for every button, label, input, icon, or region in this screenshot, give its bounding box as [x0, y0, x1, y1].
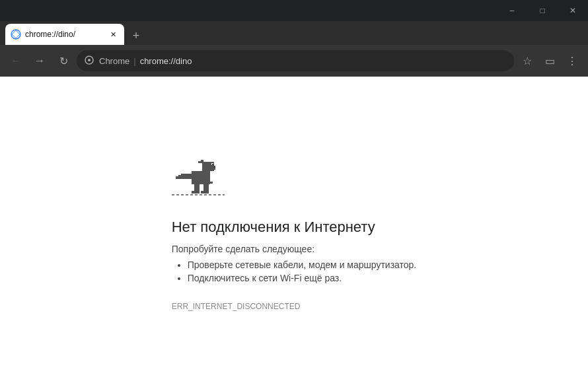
minimize-button[interactable]: –	[497, 0, 527, 21]
tab-title: chrome://dino/	[25, 30, 104, 39]
nav-right-icons: ☆ ▭ ⋮	[517, 50, 583, 71]
address-separator: |	[133, 56, 135, 66]
error-list-item-1: Проверьте сетевые кабели, модем и маршру…	[188, 260, 417, 270]
svg-point-0	[11, 30, 20, 39]
svg-rect-20	[198, 161, 201, 163]
svg-rect-7	[212, 164, 213, 165]
address-bar[interactable]: Chrome | chrome://dino	[77, 50, 514, 71]
address-chrome-label: Chrome	[99, 56, 129, 66]
maximize-button[interactable]: □	[527, 0, 558, 21]
svg-rect-3	[192, 171, 210, 184]
cast-button[interactable]: ▭	[539, 50, 560, 71]
svg-rect-9	[202, 170, 209, 172]
svg-rect-13	[205, 179, 210, 182]
svg-rect-18	[201, 191, 209, 194]
address-security-icon	[85, 55, 94, 67]
bookmark-button[interactable]: ☆	[517, 50, 538, 71]
error-list: Проверьте сетевые кабели, модем и маршру…	[172, 260, 417, 286]
tabbar: chrome://dino/ ✕ +	[0, 21, 588, 45]
svg-rect-17	[192, 191, 200, 194]
svg-rect-8	[214, 166, 215, 168]
address-text: Chrome | chrome://dino	[99, 56, 506, 66]
svg-rect-10	[181, 174, 193, 179]
address-url: chrome://dino	[140, 56, 192, 66]
new-tab-button[interactable]: +	[127, 26, 145, 45]
close-button[interactable]: ✕	[558, 0, 588, 21]
svg-rect-14	[209, 182, 213, 184]
navbar: ← → ↻ Chrome | chrome://dino ☆ ▭ ⋮	[0, 45, 588, 77]
menu-button[interactable]: ⋮	[562, 50, 583, 71]
titlebar: – □ ✕	[0, 0, 588, 21]
refresh-button[interactable]: ↻	[53, 50, 74, 71]
back-button[interactable]: ←	[5, 50, 26, 71]
tab-favicon	[11, 29, 21, 40]
error-code: ERR_INTERNET_DISCONNECTED	[172, 302, 301, 311]
svg-rect-12	[176, 176, 180, 179]
svg-point-2	[88, 59, 91, 61]
error-title: Нет подключения к Интернету	[172, 219, 375, 236]
error-list-item-2: Подключитесь к сети Wi-Fi ещё раз.	[188, 273, 417, 283]
active-tab[interactable]: chrome://dino/ ✕	[5, 24, 124, 45]
dino-svg	[172, 153, 225, 205]
page-content: Нет подключения к Интернету Попробуйте с…	[0, 77, 588, 387]
tab-close-button[interactable]: ✕	[107, 28, 119, 40]
error-container: Нет подключения к Интернету Попробуйте с…	[159, 139, 430, 324]
error-subtitle: Попробуйте сделать следующее:	[172, 244, 314, 254]
dino-illustration	[172, 153, 225, 208]
titlebar-controls: – □ ✕	[497, 0, 588, 21]
svg-rect-19	[201, 160, 203, 163]
forward-button[interactable]: →	[29, 50, 50, 71]
